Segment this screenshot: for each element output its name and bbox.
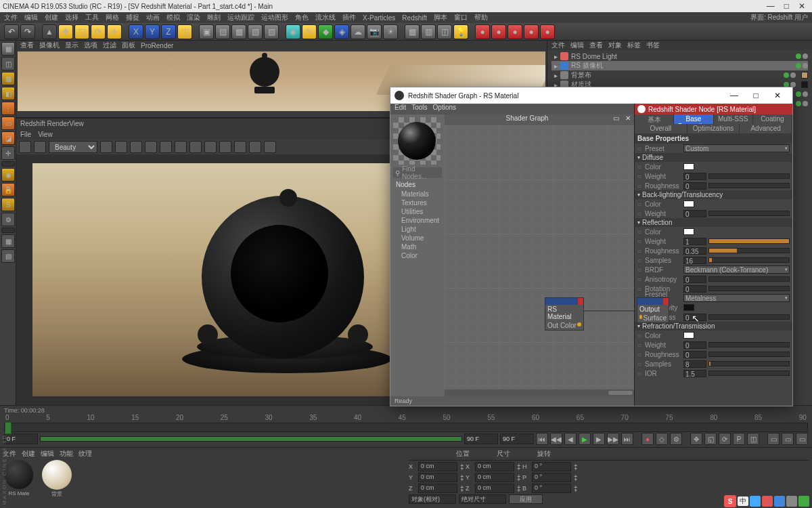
shader-window-titlebar[interactable]: Redshift Shader Graph - RS Material — □ … bbox=[390, 87, 792, 104]
graph-minimize-icon[interactable]: ▭ bbox=[611, 114, 621, 125]
metalness-slider[interactable] bbox=[708, 314, 790, 320]
tab-overall[interactable]: Overall bbox=[635, 124, 687, 133]
pla-key-icon[interactable]: ◫ bbox=[747, 433, 759, 445]
start-frame-field[interactable]: 0 F bbox=[4, 433, 38, 444]
prev-frame-button[interactable]: ◀ bbox=[564, 433, 577, 445]
spline-button[interactable]: ✎ bbox=[302, 24, 317, 39]
rs-ipr-button[interactable]: ● bbox=[491, 24, 506, 39]
rs-settings-button[interactable]: ● bbox=[524, 24, 539, 39]
play-button[interactable]: ▶ bbox=[579, 433, 591, 445]
ior-slider[interactable] bbox=[708, 371, 790, 376]
next-frame-button[interactable]: ▶ bbox=[593, 433, 605, 445]
next-key-button[interactable]: ▶▶ bbox=[607, 433, 619, 445]
tl-button[interactable]: ▭ bbox=[782, 433, 794, 445]
rv-tool-icon[interactable] bbox=[219, 141, 231, 153]
rv-tool-icon[interactable] bbox=[115, 141, 127, 153]
rv-tool-icon[interactable] bbox=[264, 141, 276, 153]
graph-scrollbar[interactable] bbox=[608, 391, 633, 395]
rv-save-icon[interactable] bbox=[19, 141, 31, 153]
rv-tool-icon[interactable] bbox=[189, 141, 202, 153]
diffuse-rough-slider[interactable] bbox=[708, 183, 790, 188]
snap-enable-button[interactable]: S bbox=[1, 198, 15, 211]
light-tool-button[interactable]: ☀ bbox=[383, 24, 398, 39]
node-category[interactable]: Materials bbox=[396, 190, 439, 198]
menu-item[interactable]: Redshift bbox=[402, 14, 427, 22]
diffuse-color-swatch[interactable] bbox=[683, 163, 694, 170]
viewport-solo-button[interactable]: ◉ bbox=[1, 168, 15, 182]
menu-item[interactable]: 文件 bbox=[4, 13, 18, 22]
pos-x-field[interactable]: 0 cm bbox=[418, 462, 457, 471]
menu-item[interactable]: 运动跟踪 bbox=[227, 13, 254, 22]
timeline-ruler[interactable] bbox=[4, 423, 808, 432]
bl-color-swatch[interactable] bbox=[683, 200, 694, 207]
key-options-button[interactable]: ⚙ bbox=[670, 433, 682, 445]
aniso-field[interactable]: 0 bbox=[683, 276, 706, 283]
size-y-field[interactable]: 0 cm bbox=[475, 473, 514, 482]
size-z-field[interactable]: 0 cm bbox=[475, 484, 514, 493]
size-x-field[interactable]: 0 cm bbox=[475, 462, 514, 471]
output-node[interactable]: Output Surface bbox=[637, 297, 669, 323]
apply-button[interactable]: 应用 bbox=[509, 494, 543, 504]
trans-rough-field[interactable]: 0 bbox=[683, 351, 706, 358]
minimize-button[interactable]: — bbox=[767, 1, 775, 11]
mat-menu-item[interactable]: 创建 bbox=[22, 449, 35, 459]
rv-tool-icon[interactable] bbox=[234, 141, 246, 153]
vp-menu-item[interactable]: 过滤 bbox=[103, 41, 116, 50]
select-tool[interactable]: ▲ bbox=[42, 24, 57, 39]
rotation-slider[interactable] bbox=[708, 286, 790, 291]
refl-weight-slider[interactable] bbox=[708, 238, 790, 244]
trans-samples-field[interactable]: 8 bbox=[683, 360, 706, 368]
render-settings-button[interactable]: ▦ bbox=[231, 24, 246, 39]
node-category[interactable]: Textures bbox=[396, 198, 439, 207]
tree-row[interactable]: ▸RS Dome Light bbox=[551, 51, 808, 61]
maximize-button[interactable]: □ bbox=[784, 1, 789, 11]
node-category[interactable]: Math bbox=[396, 242, 439, 251]
rv-tool-icon[interactable] bbox=[204, 141, 217, 153]
menu-item[interactable]: 创建 bbox=[45, 13, 58, 22]
refl-color-swatch[interactable] bbox=[683, 228, 694, 235]
refl-rough-slider[interactable] bbox=[708, 248, 790, 253]
vp-menu-item[interactable]: 查看 bbox=[20, 41, 34, 50]
sw-maximize-button[interactable]: □ bbox=[745, 88, 767, 103]
menu-item[interactable]: 脚本 bbox=[434, 13, 447, 22]
rot-z-field[interactable]: 0 ° bbox=[532, 484, 571, 493]
rs-stop-button[interactable]: ● bbox=[540, 24, 555, 39]
rot-x-field[interactable]: 0 ° bbox=[532, 462, 571, 471]
tab-advanced[interactable]: Advanced bbox=[740, 124, 792, 133]
vp-menu-item[interactable]: 摄像机 bbox=[39, 41, 60, 50]
refl-samples-field[interactable]: 16 bbox=[683, 257, 706, 264]
rv-tool-icon[interactable] bbox=[130, 141, 142, 153]
node-category[interactable]: Environment bbox=[396, 216, 439, 225]
ior-field[interactable]: 1.5 bbox=[683, 370, 706, 377]
menu-item[interactable]: 动画 bbox=[146, 13, 160, 22]
trans-weight-slider[interactable] bbox=[708, 342, 790, 347]
diffuse-weight-field[interactable]: 0 bbox=[683, 173, 706, 180]
tab-base-properties[interactable]: Base Properties bbox=[674, 114, 713, 124]
rotate-tool[interactable]: ⟳ bbox=[91, 24, 106, 39]
diffuse-weight-slider[interactable] bbox=[708, 173, 790, 179]
pos-y-field[interactable]: 0 cm bbox=[418, 473, 457, 482]
tl-button[interactable]: ▭ bbox=[796, 433, 808, 445]
om-menu-item[interactable]: 查看 bbox=[589, 41, 603, 50]
material-thumb[interactable]: 背景 bbox=[41, 460, 73, 498]
ime-setting-icon[interactable] bbox=[750, 496, 761, 507]
scale-tool[interactable]: ◱ bbox=[74, 24, 89, 39]
rot-key-icon[interactable]: ⟳ bbox=[719, 433, 731, 445]
coord-mode-select[interactable]: 对象(相对) bbox=[409, 494, 456, 504]
om-menu-item[interactable]: 编辑 bbox=[570, 41, 584, 50]
workplane-mode-button[interactable]: ◧ bbox=[1, 87, 15, 100]
size-mode-select[interactable]: 绝对尺寸 bbox=[459, 494, 506, 504]
end-frame-field[interactable]: 90 F bbox=[464, 433, 498, 444]
axis-x-button[interactable]: X bbox=[129, 24, 143, 39]
preset-select[interactable]: Custom bbox=[683, 144, 790, 152]
reflectivity-swatch[interactable] bbox=[683, 304, 694, 311]
diffuse-group[interactable]: Diffuse bbox=[635, 153, 792, 162]
backlight-group[interactable]: Back-lighting/Translucency bbox=[635, 190, 792, 199]
ime-setting-icon[interactable] bbox=[774, 496, 785, 507]
om-menu-item[interactable]: 标签 bbox=[627, 41, 641, 50]
recent-tool[interactable]: ✛ bbox=[107, 24, 122, 39]
timeline-marker[interactable] bbox=[5, 422, 12, 434]
goto-end-button[interactable]: ⏭ bbox=[621, 433, 633, 445]
deformer-button[interactable]: ◈ bbox=[334, 24, 349, 39]
menu-item[interactable]: 角色 bbox=[295, 13, 309, 22]
